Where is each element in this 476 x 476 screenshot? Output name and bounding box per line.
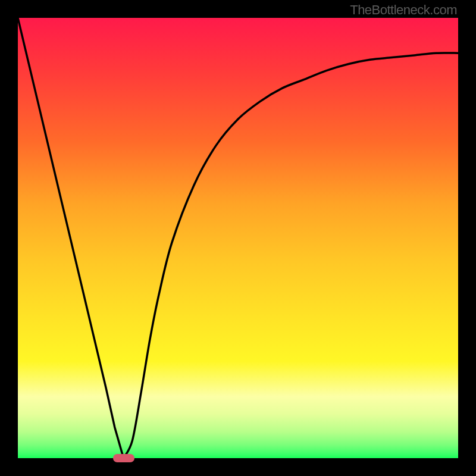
curve-svg <box>18 18 458 458</box>
bottleneck-curve <box>18 18 458 458</box>
watermark-text: TheBottleneck.com <box>350 2 457 18</box>
chart-container: TheBottleneck.com <box>0 0 476 476</box>
plot-area <box>18 18 458 458</box>
optimal-marker <box>113 454 134 462</box>
